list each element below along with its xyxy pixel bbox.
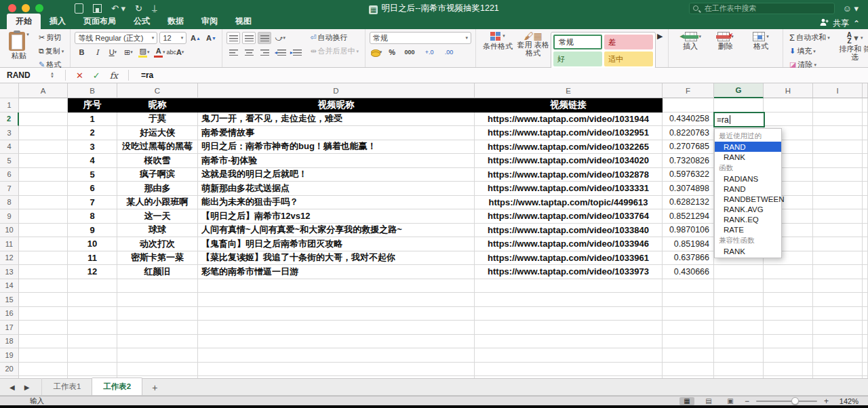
underline-button[interactable]: U▾ — [106, 46, 119, 58]
zoom-slider[interactable] — [756, 401, 817, 402]
cell-A7[interactable] — [19, 182, 68, 196]
cell-B8[interactable]: 7 — [68, 196, 117, 210]
cancel-entry-icon[interactable]: ✕ — [76, 70, 83, 81]
align-bottom-button[interactable] — [258, 32, 271, 44]
formula-input[interactable]: =ra — [141, 70, 153, 80]
delete-cells-button[interactable]: ▾ 删除 — [708, 32, 743, 50]
cell-C14[interactable] — [117, 279, 198, 293]
cell-C20[interactable] — [117, 363, 198, 377]
column-header-B[interactable]: B — [68, 83, 117, 98]
cell-F16[interactable] — [663, 307, 714, 321]
cell-E10[interactable]: https://www.taptap.com/video/1033840 — [475, 224, 663, 238]
cell-E15[interactable] — [475, 293, 663, 307]
zoom-out-button[interactable]: − — [745, 396, 749, 406]
sheet-tab-工作表1[interactable]: 工作表1 — [41, 378, 92, 395]
row-header-13[interactable]: 13 — [0, 265, 19, 279]
cell-D12[interactable]: 【菜比复读姬】我追了十条街的大哥，我对不起你 — [198, 251, 475, 266]
row-header-15[interactable]: 15 — [0, 293, 19, 307]
cell-I12[interactable] — [813, 251, 863, 266]
cell-E12[interactable]: https://www.taptap.com/video/1033961 — [475, 251, 663, 266]
cell-D14[interactable] — [198, 279, 475, 293]
font-size-combo[interactable]: 12▾ — [159, 32, 186, 44]
row-header-7[interactable]: 7 — [0, 182, 19, 196]
paste-button[interactable]: ▾ 粘贴 — [4, 32, 34, 61]
cell-D9[interactable]: 【明日之后】南希市12vs12 — [198, 209, 475, 224]
cell-E18[interactable] — [475, 335, 663, 349]
cell-C7[interactable]: 那由多 — [117, 182, 198, 196]
column-header-C[interactable]: C — [117, 83, 198, 98]
cell-A13[interactable] — [19, 265, 68, 279]
cell-G16[interactable] — [714, 307, 764, 321]
cell-D4[interactable]: 明日之后：南希市神奇的bug！躺着也能赢！ — [198, 140, 475, 155]
cell-C1[interactable]: 昵称 — [117, 98, 198, 113]
cell-D16[interactable] — [198, 307, 475, 321]
cut-button[interactable]: ✂剪切 — [37, 32, 66, 43]
cell-A11[interactable] — [19, 237, 68, 251]
cell-E1[interactable]: 视频链接 — [475, 98, 663, 113]
cell-B12[interactable]: 11 — [68, 251, 117, 266]
cell-I17[interactable] — [813, 321, 863, 335]
cell-A10[interactable] — [19, 224, 68, 238]
cell-H16[interactable] — [764, 307, 813, 321]
column-header-H[interactable]: H — [764, 83, 813, 98]
cell-B18[interactable] — [68, 335, 117, 349]
cell-I8[interactable] — [813, 196, 863, 210]
autocomplete-item-RANK.EQ[interactable]: RANK.EQ — [715, 214, 781, 224]
feedback-smiley-icon[interactable]: ☺ ▾ — [843, 3, 859, 14]
cell-F4[interactable]: 0.2707685 — [663, 140, 714, 155]
cell-A5[interactable] — [19, 154, 68, 168]
cell-B16[interactable] — [68, 307, 117, 321]
autocomplete-item-RAND[interactable]: RAND — [715, 184, 781, 194]
row-header-6[interactable]: 6 — [0, 168, 19, 182]
redo-icon[interactable]: ↻ — [135, 3, 142, 14]
cell-H18[interactable] — [764, 335, 813, 349]
cell-D5[interactable]: 南希市-初体验 — [198, 154, 475, 168]
cell-A1[interactable] — [19, 98, 68, 113]
cell-I15[interactable] — [813, 293, 863, 307]
cell-C3[interactable]: 好运大侠 — [117, 126, 198, 140]
cell-G1[interactable] — [714, 98, 764, 113]
cell-E3[interactable]: https://www.taptap.com/video/1032951 — [475, 126, 663, 140]
cell-A19[interactable] — [19, 348, 68, 363]
cell-G18[interactable] — [714, 335, 764, 349]
row-header-5[interactable]: 5 — [0, 154, 19, 168]
cell-F18[interactable] — [663, 335, 714, 349]
clear-formatting-button[interactable]: abcA▾ — [168, 46, 182, 58]
cell-style-适中[interactable]: 适中 — [604, 52, 653, 66]
cell-E17[interactable] — [475, 321, 663, 335]
normal-view-button[interactable]: ▦ — [679, 397, 694, 405]
cell-I2[interactable] — [813, 113, 863, 127]
confirm-entry-icon[interactable]: ✓ — [93, 70, 100, 81]
cell-D18[interactable] — [198, 335, 475, 349]
cell-E13[interactable]: https://www.taptap.com/video/1033973 — [475, 265, 663, 279]
cell-B14[interactable] — [68, 279, 117, 293]
name-box-stepper[interactable]: ▲▼ — [50, 72, 54, 79]
cell-F3[interactable]: 0.8220763 — [663, 126, 714, 140]
cell-F8[interactable]: 0.6282132 — [663, 196, 714, 210]
cell-C10[interactable]: 球球 — [117, 224, 198, 238]
cell-A18[interactable] — [19, 335, 68, 349]
autocomplete-item-RANK.AVG[interactable]: RANK.AVG — [715, 204, 781, 214]
cell-D20[interactable] — [198, 363, 475, 377]
cell-B17[interactable] — [68, 321, 117, 335]
editing-cell-G2[interactable]: =ra — [713, 112, 765, 127]
cell-I13[interactable] — [813, 265, 863, 279]
cell-E20[interactable] — [475, 363, 663, 377]
increase-indent-button[interactable]: ▸ — [289, 46, 302, 58]
cell-I6[interactable] — [813, 168, 863, 182]
menu-tab-插入[interactable]: 插入 — [41, 14, 75, 29]
menu-tab-开始[interactable]: 开始 — [7, 14, 41, 29]
cell-B6[interactable]: 5 — [68, 168, 117, 182]
cell-D8[interactable]: 能出为未来的狙击手吗？ — [198, 196, 475, 210]
autocomplete-item-RADIANS[interactable]: RADIANS — [715, 174, 781, 184]
cell-E7[interactable]: https://www.taptap.com/video/1033331 — [475, 182, 663, 196]
cell-A2[interactable] — [19, 113, 68, 127]
cell-C4[interactable]: 没吃过黑莓的黑莓 — [117, 140, 198, 155]
row-header-18[interactable]: 18 — [0, 335, 19, 349]
row-header-16[interactable]: 16 — [0, 307, 19, 321]
gallery-next-button[interactable]: ▶ — [656, 32, 664, 41]
cell-I18[interactable] — [813, 335, 863, 349]
row-header-10[interactable]: 10 — [0, 224, 19, 238]
font-family-combo[interactable]: 等线 Regular (正文)▾ — [75, 32, 157, 44]
cell-E16[interactable] — [475, 307, 663, 321]
